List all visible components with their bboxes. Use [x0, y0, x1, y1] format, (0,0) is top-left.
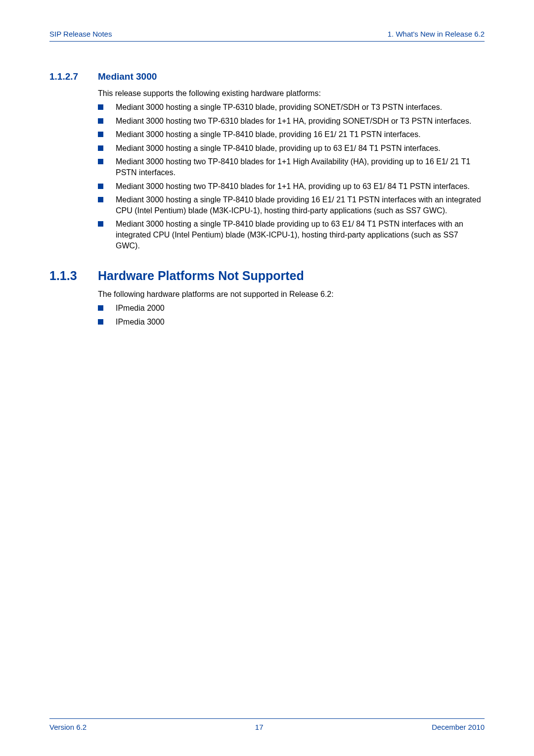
footer-rule: [49, 718, 485, 719]
list-item: Mediant 3000 hosting a single TP-6310 bl…: [98, 102, 485, 113]
header-right: 1. What's New in Release 6.2: [388, 30, 485, 38]
footer-page-number: 17: [255, 723, 264, 731]
section2-intro: The following hardware platforms are not…: [98, 290, 485, 299]
section-title: Mediant 3000: [98, 71, 157, 82]
list-item: Mediant 3000 hosting two TP-8410 blades …: [98, 181, 485, 192]
list-item: Mediant 3000 hosting a single TP-8410 bl…: [98, 143, 485, 154]
section-title: Hardware Platforms Not Supported: [98, 269, 304, 283]
section-heading-113: 1.1.3 Hardware Platforms Not Supported: [49, 269, 485, 283]
section2-bullets: IPmedia 2000 IPmedia 3000: [98, 303, 485, 327]
footer-right: December 2010: [432, 723, 485, 731]
list-item: IPmedia 2000: [98, 303, 485, 314]
list-item: Mediant 3000 hosting a single TP-8410 bl…: [98, 194, 485, 216]
section1-intro: This release supports the following exis…: [98, 89, 485, 98]
section-heading-1127: 1.1.2.7 Mediant 3000: [49, 71, 485, 82]
page-header: SIP Release Notes 1. What's New in Relea…: [49, 30, 485, 42]
footer-left: Version 6.2: [49, 723, 87, 731]
section2-body: The following hardware platforms are not…: [98, 290, 485, 327]
section-number: 1.1.2.7: [49, 71, 87, 82]
footer-row: Version 6.2 17 December 2010: [49, 723, 485, 731]
list-item: Mediant 3000 hosting two TP-6310 blades …: [98, 116, 485, 127]
header-left: SIP Release Notes: [49, 30, 112, 38]
page-container: SIP Release Notes 1. What's New in Relea…: [0, 0, 534, 350]
list-item: IPmedia 3000: [98, 317, 485, 328]
list-item: Mediant 3000 hosting two TP-8410 blades …: [98, 156, 485, 178]
section-number: 1.1.3: [49, 269, 80, 283]
section1-body: This release supports the following exis…: [98, 89, 485, 251]
page-content: 1.1.2.7 Mediant 3000 This release suppor…: [49, 42, 485, 327]
page-footer: Version 6.2 17 December 2010: [49, 718, 485, 731]
section1-bullets: Mediant 3000 hosting a single TP-6310 bl…: [98, 102, 485, 251]
list-item: Mediant 3000 hosting a single TP-8410 bl…: [98, 219, 485, 251]
list-item: Mediant 3000 hosting a single TP-8410 bl…: [98, 129, 485, 140]
